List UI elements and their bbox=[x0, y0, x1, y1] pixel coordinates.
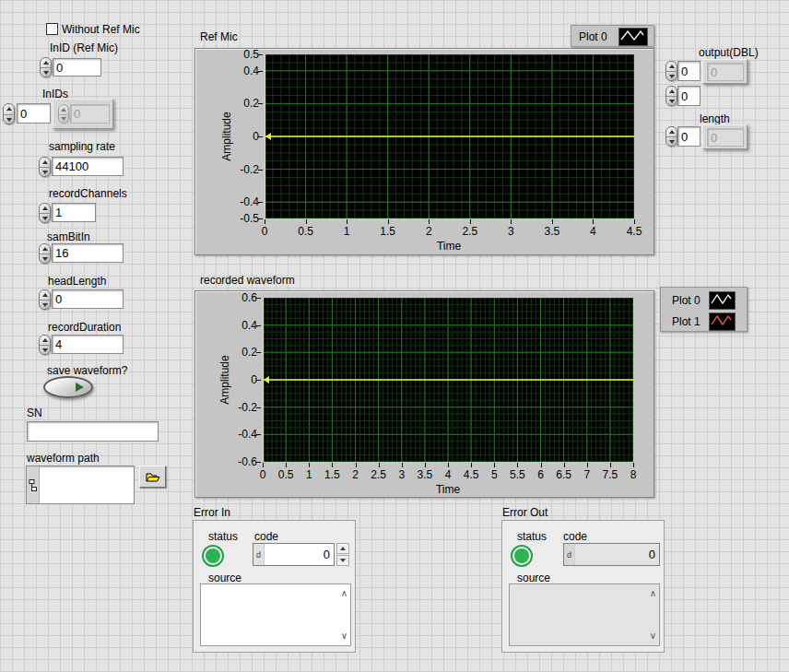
browse-path-button[interactable] bbox=[139, 466, 166, 488]
x-tick-mark bbox=[633, 463, 634, 467]
y-tick-mark bbox=[256, 434, 261, 435]
inid-ref-mic-stepper[interactable] bbox=[40, 57, 52, 77]
length-label: length bbox=[700, 112, 730, 125]
record-channels-field[interactable]: 1 bbox=[52, 203, 96, 222]
y-tick-label: 0 bbox=[215, 373, 257, 386]
length-index-stepper[interactable] bbox=[665, 126, 677, 147]
y-tick-label: 0.5 bbox=[217, 48, 259, 61]
y-tick-mark bbox=[258, 103, 263, 104]
graph1-x-axis-label: Time bbox=[357, 240, 541, 253]
sampling-rate-label: sampling rate bbox=[49, 140, 115, 153]
inid-ref-mic-field[interactable]: 0 bbox=[53, 58, 101, 77]
length-index-field[interactable]: 0 bbox=[677, 126, 701, 147]
plot0-line-sample-icon bbox=[619, 29, 645, 43]
graph2-legend-plot0-swatch[interactable] bbox=[709, 291, 736, 310]
y-tick-label: -0.2 bbox=[217, 163, 259, 176]
path-type-strip bbox=[27, 466, 40, 503]
x-tick-label: 8 bbox=[615, 468, 652, 481]
x-tick-mark bbox=[347, 219, 347, 224]
output-dbl-row-index-field[interactable]: 0 bbox=[677, 61, 701, 81]
head-length-stepper[interactable] bbox=[39, 289, 51, 310]
error-in-code-field[interactable]: d 0 bbox=[253, 543, 335, 566]
graph2-legend-plot0-label[interactable]: Plot 0 bbox=[672, 294, 701, 307]
x-tick-mark bbox=[402, 463, 403, 467]
y-tick-label: 0.4 bbox=[217, 65, 259, 77]
head-length-label: headLength bbox=[48, 275, 106, 288]
record-duration-field[interactable]: 4 bbox=[52, 335, 124, 354]
error-in-code-label: code bbox=[254, 530, 278, 543]
error-out-status-led bbox=[511, 545, 533, 567]
graph2-legend[interactable]: Plot 0 Plot 1 bbox=[660, 287, 748, 332]
scroll-down-icon[interactable]: ∨ bbox=[341, 631, 347, 641]
x-tick-label: 1 bbox=[328, 225, 365, 238]
x-tick-label: 0.5 bbox=[288, 225, 324, 238]
error-in-source-label: source bbox=[208, 572, 241, 584]
length-element-frame: 0 bbox=[702, 124, 748, 149]
inids-index-stepper[interactable] bbox=[3, 103, 15, 124]
sampling-rate-stepper[interactable] bbox=[39, 157, 51, 177]
y-tick-mark bbox=[258, 202, 263, 203]
save-waveform-toggle[interactable] bbox=[43, 376, 93, 398]
scroll-up-icon[interactable]: ∧ bbox=[341, 589, 347, 598]
x-tick-mark bbox=[356, 463, 357, 467]
waveform-path-field[interactable] bbox=[26, 466, 135, 504]
x-tick-mark bbox=[263, 463, 264, 467]
scroll-up-icon[interactable]: ∧ bbox=[650, 589, 656, 598]
error-out-cluster: status code d 0 source ∧ ∨ bbox=[501, 520, 665, 653]
y-tick-label: -0.2 bbox=[215, 401, 257, 414]
graph1-legend[interactable]: Plot 0 bbox=[571, 25, 654, 47]
x-tick-label: 2.5 bbox=[452, 225, 489, 238]
x-tick-mark bbox=[332, 463, 333, 467]
path-type-icon bbox=[29, 479, 38, 491]
graph2-legend-plot1-swatch[interactable] bbox=[709, 312, 736, 331]
x-tick-mark bbox=[265, 219, 265, 224]
record-duration-stepper[interactable] bbox=[39, 335, 51, 355]
head-length-field[interactable]: 0 bbox=[52, 289, 124, 309]
scroll-down-icon[interactable]: ∨ bbox=[650, 631, 656, 641]
spin-down-icon[interactable] bbox=[336, 555, 349, 566]
error-in-code-value: 0 bbox=[265, 548, 334, 561]
y-tick-mark bbox=[258, 71, 263, 72]
x-tick-mark bbox=[593, 219, 594, 224]
x-tick-mark bbox=[610, 463, 611, 467]
x-tick-mark bbox=[429, 219, 430, 224]
record-channels-stepper[interactable] bbox=[39, 203, 51, 223]
graph2-legend-plot1-label[interactable]: Plot 1 bbox=[672, 315, 701, 328]
graph1-legend-plot0-swatch[interactable] bbox=[618, 28, 648, 46]
error-out-title: Error Out bbox=[502, 506, 548, 519]
y-tick-mark bbox=[256, 325, 261, 326]
x-tick-mark bbox=[309, 463, 310, 467]
without-ref-mic-checkbox[interactable] bbox=[46, 23, 58, 35]
error-in-status-led[interactable] bbox=[202, 545, 224, 567]
graph2-title: recorded waveform bbox=[200, 274, 295, 287]
inid-ref-mic-label: InID (Ref Mic) bbox=[50, 41, 118, 54]
sn-label: SN bbox=[27, 407, 42, 419]
error-in-code-stepper[interactable] bbox=[336, 543, 349, 566]
graph2-plot-area bbox=[263, 298, 633, 462]
y-tick-mark bbox=[256, 298, 261, 299]
output-dbl-row-index-stepper[interactable] bbox=[665, 61, 677, 81]
graph1-legend-plot0-label[interactable]: Plot 0 bbox=[579, 30, 607, 43]
inids-index-field[interactable]: 0 bbox=[17, 103, 51, 124]
y-tick-label: 0.2 bbox=[215, 346, 257, 359]
x-tick-mark bbox=[587, 463, 588, 467]
output-dbl-col-index-stepper[interactable] bbox=[665, 86, 677, 106]
sam-bit-in-stepper[interactable] bbox=[39, 243, 51, 264]
x-tick-mark bbox=[634, 219, 635, 224]
output-dbl-col-index-field[interactable]: 0 bbox=[677, 86, 701, 106]
radix-indicator[interactable]: d bbox=[253, 544, 265, 565]
sn-field[interactable] bbox=[27, 421, 159, 442]
length-element-field: 0 bbox=[707, 128, 744, 147]
error-in-source-field[interactable]: ∧ ∨ bbox=[200, 584, 351, 646]
x-tick-mark bbox=[388, 219, 389, 224]
error-out-source-field: ∧ ∨ bbox=[509, 584, 660, 646]
sampling-rate-field[interactable]: 44100 bbox=[52, 157, 124, 176]
x-tick-label: 3.5 bbox=[534, 225, 571, 238]
x-tick-mark bbox=[517, 463, 518, 467]
spin-up-icon[interactable] bbox=[336, 543, 349, 554]
error-out-source-label: source bbox=[517, 572, 550, 584]
error-out-code-field: d 0 bbox=[563, 543, 660, 566]
sam-bit-in-field[interactable]: 16 bbox=[52, 243, 124, 263]
graph2-x-axis-label: Time bbox=[356, 483, 540, 496]
x-tick-mark bbox=[379, 463, 380, 467]
